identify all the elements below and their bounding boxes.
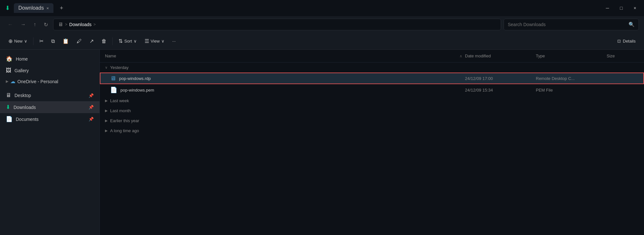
- delete-button[interactable]: 🗑: [98, 36, 110, 46]
- sidebar-item-label: Documents: [16, 117, 39, 122]
- file-row-rdp[interactable]: 🖥 pop-windows.rdp 24/12/09 17:00 Remote …: [100, 73, 644, 84]
- close-button[interactable]: ×: [631, 4, 639, 12]
- col-size-header[interactable]: Size: [607, 54, 639, 58]
- window-controls: ─ □ ×: [603, 4, 639, 12]
- sidebar-item-documents[interactable]: 📄 Documents 📌: [0, 113, 99, 125]
- group-last-week[interactable]: ▶ Last week: [100, 96, 644, 106]
- maximize-button[interactable]: □: [617, 4, 625, 12]
- delete-icon: 🗑: [101, 38, 107, 44]
- new-dropdown-icon: ∨: [24, 39, 27, 44]
- new-button[interactable]: ⊕ New ∨: [5, 36, 31, 46]
- view-button[interactable]: ☰ View ∨: [141, 36, 168, 46]
- col-name-header[interactable]: Name: [105, 54, 459, 58]
- breadcrumb-chevron-1: >: [65, 22, 67, 27]
- main-layout: 🏠 Home 🖼 Gallery ▶ ☁ OneDrive - Personal…: [0, 50, 644, 235]
- group-long-time-ago-label: A long time ago: [110, 128, 139, 133]
- sort-icon: ⇅: [118, 38, 123, 44]
- group-last-week-label: Last week: [110, 98, 129, 103]
- refresh-button[interactable]: ↻: [41, 20, 51, 30]
- forward-button[interactable]: →: [18, 20, 28, 29]
- more-button[interactable]: ···: [169, 37, 179, 45]
- file-name-pem: pop-windows.pem: [120, 88, 465, 93]
- sidebar-spacer: [0, 86, 99, 90]
- breadcrumb-chevron-2: >: [93, 22, 96, 27]
- home-icon: 🏠: [6, 55, 13, 62]
- search-icon: 🔍: [629, 22, 635, 27]
- downloads-icon: ⬇: [6, 104, 10, 111]
- sidebar-onedrive-label: OneDrive - Personal: [17, 79, 58, 84]
- group-earlier-this-year[interactable]: ▶ Earlier this year: [100, 116, 644, 126]
- col-type-header[interactable]: Type: [536, 54, 607, 58]
- sidebar-item-gallery[interactable]: 🖼 Gallery: [0, 65, 99, 76]
- new-label: New: [14, 39, 23, 44]
- sidebar-item-home[interactable]: 🏠 Home: [0, 53, 99, 65]
- file-type-pem: PEM File: [536, 88, 607, 93]
- paste-button[interactable]: 📋: [59, 36, 72, 46]
- pin-icon: 📌: [89, 105, 94, 110]
- view-icon: ☰: [145, 38, 149, 44]
- sidebar-onedrive-toggle[interactable]: ▶ ☁ OneDrive - Personal: [0, 76, 99, 86]
- file-type-rdp: Remote Desktop C...: [536, 76, 607, 81]
- share-button[interactable]: ↗: [86, 36, 97, 46]
- address-bar[interactable]: 🖥 > Downloads >: [53, 19, 501, 30]
- new-icon: ⊕: [8, 38, 13, 44]
- sidebar-item-label: Desktop: [14, 93, 31, 98]
- monitor-icon: 🖥: [58, 22, 63, 27]
- file-row-pem[interactable]: 📄 pop-windows.pem 24/12/09 15:34 PEM Fil…: [100, 84, 644, 96]
- file-date-pem: 24/12/09 15:34: [465, 88, 536, 93]
- group-yesterday[interactable]: ∨ Yesterday: [100, 63, 644, 73]
- col-type-label: Type: [536, 54, 545, 58]
- sidebar-item-label: Gallery: [14, 68, 29, 73]
- copy-icon: ⧉: [51, 38, 55, 44]
- file-name-rdp: pop-windows.rdp: [119, 76, 465, 81]
- separator-2: [112, 37, 113, 45]
- rename-button[interactable]: 🖊: [73, 36, 85, 46]
- sidebar-item-label: Downloads: [14, 105, 36, 110]
- rdp-file-icon: 🖥: [110, 75, 116, 82]
- back-button[interactable]: ←: [5, 20, 15, 29]
- sidebar: 🏠 Home 🖼 Gallery ▶ ☁ OneDrive - Personal…: [0, 50, 100, 235]
- cut-icon: ✂: [39, 38, 43, 44]
- paste-icon: 📋: [62, 38, 69, 44]
- group-yesterday-label: Yesterday: [110, 65, 128, 70]
- collapse-icon[interactable]: ∧: [459, 54, 462, 58]
- group-last-month[interactable]: ▶ Last month: [100, 106, 644, 116]
- details-icon: ⊡: [617, 39, 621, 44]
- sort-label: Sort: [124, 39, 132, 44]
- onedrive-icon: ☁: [10, 78, 15, 84]
- sidebar-item-desktop[interactable]: 🖥 Desktop 📌: [0, 90, 99, 101]
- col-size-label: Size: [607, 54, 615, 58]
- share-icon: ↗: [90, 38, 94, 44]
- search-box[interactable]: 🔍: [504, 19, 639, 30]
- pem-file-icon: 📄: [110, 86, 117, 93]
- tab-add-button[interactable]: +: [57, 4, 66, 13]
- group-long-time-ago[interactable]: ▶ A long time ago: [100, 126, 644, 136]
- toolbar: ⊕ New ∨ ✂ ⧉ 📋 🖊 ↗ 🗑 ⇅ Sort ∨ ☰ View ∨ ··…: [0, 33, 644, 50]
- desktop-icon: 🖥: [6, 92, 11, 99]
- cut-button[interactable]: ✂: [36, 36, 47, 46]
- chevron-right-icon: ▶: [105, 109, 108, 113]
- pin-icon: 📌: [89, 117, 94, 122]
- col-date-header[interactable]: Date modified: [465, 54, 536, 58]
- view-dropdown-icon: ∨: [161, 39, 165, 44]
- view-label: View: [151, 39, 160, 44]
- sort-button[interactable]: ⇅ Sort ∨: [115, 36, 140, 46]
- chevron-right-icon: ▶: [105, 99, 108, 103]
- content-area: Name ∧ Date modified Type Size ∨ Yesterd…: [100, 50, 644, 235]
- tab-downloads[interactable]: Downloads ×: [14, 3, 53, 13]
- minimize-button[interactable]: ─: [603, 4, 611, 12]
- search-input[interactable]: [508, 22, 626, 27]
- details-button[interactable]: ⊡ Details: [614, 37, 639, 45]
- copy-button[interactable]: ⧉: [48, 36, 58, 46]
- app-icon: ⬇: [5, 5, 10, 12]
- sidebar-item-label: Home: [16, 56, 28, 62]
- tab-close-button[interactable]: ×: [46, 6, 49, 11]
- navigation-bar: ← → ↑ ↻ 🖥 > Downloads > 🔍: [0, 16, 644, 33]
- sidebar-item-downloads[interactable]: ⬇ Downloads 📌: [0, 101, 99, 113]
- more-label: ···: [172, 39, 176, 44]
- breadcrumb-downloads[interactable]: Downloads: [69, 22, 91, 27]
- up-button[interactable]: ↑: [31, 20, 39, 29]
- details-label: Details: [623, 39, 636, 44]
- chevron-right-icon: ▶: [105, 129, 108, 133]
- tab-label: Downloads: [18, 5, 44, 11]
